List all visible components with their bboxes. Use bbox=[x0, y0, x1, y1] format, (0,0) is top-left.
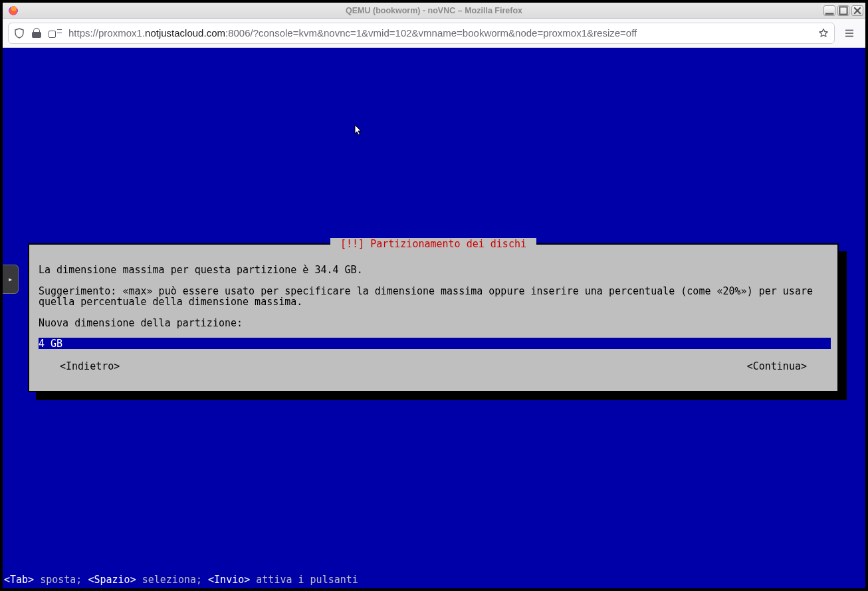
continue-button[interactable]: <Continua> bbox=[747, 360, 807, 372]
firefox-icon bbox=[8, 5, 19, 16]
partition-dialog: [!!] Partizionamento dei dischi La dimen… bbox=[28, 243, 839, 392]
partition-size-input[interactable] bbox=[39, 338, 831, 349]
url-text: https://proxmox1.notjustacloud.com:8006/… bbox=[68, 27, 812, 39]
window-controls bbox=[823, 5, 865, 16]
shield-icon bbox=[14, 28, 25, 39]
window-title-bar: QEMU (bookworm) - noVNC – Mozilla Firefo… bbox=[3, 3, 865, 19]
dialog-button-row: <Indietro> <Continua> bbox=[39, 360, 828, 372]
lock-icon bbox=[31, 28, 42, 39]
vnc-console[interactable]: ▸ [!!] Partizionamento dei dischi La dim… bbox=[3, 48, 865, 588]
bookmark-star-icon[interactable] bbox=[818, 28, 829, 39]
dialog-title: [!!] Partizionamento dei dischi bbox=[330, 238, 536, 250]
novnc-panel-handle[interactable]: ▸ bbox=[3, 265, 19, 294]
browser-window: QEMU (bookworm) - noVNC – Mozilla Firefo… bbox=[2, 2, 866, 589]
url-scheme: https:// bbox=[68, 27, 98, 39]
app-menu-button[interactable] bbox=[839, 23, 860, 44]
window-close-button[interactable] bbox=[851, 5, 863, 16]
url-host: notjustacloud.com bbox=[145, 27, 225, 39]
dialog-text-hint: Suggerimento: «max» può essere usato per… bbox=[39, 286, 828, 307]
window-minimize-button[interactable] bbox=[823, 5, 835, 16]
svg-rect-1 bbox=[839, 7, 847, 14]
permissions-icon bbox=[49, 29, 62, 38]
dialog-prompt: Nuova dimensione della partizione: bbox=[39, 318, 828, 328]
keyboard-help-line: <Tab> sposta; <Spazio> seleziona; <Invio… bbox=[4, 574, 358, 586]
url-path: :8006/?console=kvm&novnc=1&vmid=102&vmna… bbox=[225, 27, 637, 39]
mouse-cursor-icon bbox=[354, 124, 362, 136]
window-title: QEMU (bookworm) - noVNC – Mozilla Firefo… bbox=[3, 6, 865, 15]
window-maximize-button[interactable] bbox=[837, 5, 849, 16]
url-subdomain: proxmox1. bbox=[98, 27, 145, 39]
chevron-right-icon: ▸ bbox=[8, 275, 13, 284]
back-button[interactable]: <Indietro> bbox=[60, 360, 120, 372]
address-bar[interactable]: https://proxmox1.notjustacloud.com:8006/… bbox=[8, 23, 835, 44]
dialog-text-maxsize: La dimensione massima per questa partizi… bbox=[39, 265, 828, 275]
browser-toolbar: https://proxmox1.notjustacloud.com:8006/… bbox=[3, 19, 865, 48]
